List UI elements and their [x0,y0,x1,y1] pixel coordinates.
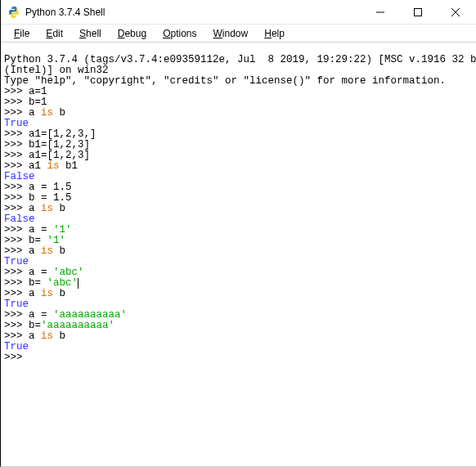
code: b=1 [29,97,47,108]
menu-debug[interactable]: Debug [110,26,155,41]
prompt: >>> [4,128,29,140]
code: a = [29,224,53,236]
code: b [53,203,65,214]
string: 'abc' [47,277,79,289]
code: b [53,245,65,257]
code: a1 [29,160,47,172]
code: b = 1.5 [29,192,72,204]
menu-edit[interactable]: Edit [38,26,71,41]
string: 'aaaaaaaaaa' [41,320,115,331]
output: False [4,171,35,182]
menu-file[interactable]: File [6,26,38,41]
code: a1=[1,2,3] [29,150,90,161]
banner-line: Python 3.7.4 (tags/v3.7.4:e09359112e, Ju… [4,54,476,65]
string: 'aaaaaaaaaa' [53,309,127,321]
prompt: >>> [4,139,29,150]
shell-text-area[interactable]: Python 3.7.4 (tags/v3.7.4:e09359112e, Ju… [1,43,476,365]
code: a = [29,309,53,321]
keyword-is: is [41,107,53,119]
code: a [29,288,41,299]
prompt: >>> [4,86,29,97]
prompt: >>> [4,150,29,161]
prompt: >>> [4,203,29,214]
output: True [4,341,29,352]
prompt: >>> [4,160,29,172]
menu-help[interactable]: Help [256,26,293,41]
code: b [53,330,65,342]
window-controls [361,0,474,25]
code: b= [29,277,47,289]
prompt: >>> [4,309,29,321]
code: a [29,245,41,257]
code: a [29,330,41,342]
output: True [4,256,29,267]
prompt: >>> [4,277,29,289]
prompt: >>> [4,288,29,299]
code: a1=[1,2,3,] [29,128,97,140]
prompt: >>> [4,352,29,363]
titlebar: Python 3.7.4 Shell [1,0,476,25]
output: False [4,213,35,225]
prompt: >>> [4,224,29,236]
keyword-is: is [41,288,53,299]
prompt: >>> [4,245,29,257]
prompt: >>> [4,330,29,342]
code: a [29,107,41,119]
string: 'abc' [53,267,84,278]
prompt: >>> [4,107,29,119]
code: b1 [60,160,79,172]
close-button[interactable] [437,0,474,25]
output: True [4,299,29,310]
banner-line: Type "help", "copyright", "credits" or "… [4,75,446,87]
menu-options[interactable]: Options [155,26,204,41]
svg-rect-3 [415,8,422,16]
banner-line: (Intel)] on win32 [4,65,109,76]
code: b1=[1,2,3] [29,139,90,150]
prompt: >>> [4,97,29,108]
output: True [4,118,29,129]
svg-point-0 [11,7,12,7]
svg-point-1 [15,16,16,16]
code: b [53,288,65,299]
keyword-is: is [41,245,53,257]
menubar: File Edit Shell Debug Options Window Hel… [1,25,476,43]
window-title: Python 3.7.4 Shell [25,7,361,18]
string: '1' [47,235,66,246]
keyword-is: is [41,330,53,342]
minimize-button[interactable] [361,0,399,25]
code: b= [29,235,47,246]
prompt: >>> [4,192,29,204]
prompt: >>> [4,320,29,331]
code: a=1 [29,86,47,97]
code: b= [29,320,41,331]
string: '1' [53,224,72,236]
prompt: >>> [4,182,29,193]
python-icon [7,6,20,19]
keyword-is: is [47,160,60,172]
code: b [53,107,65,119]
maximize-button[interactable] [399,0,437,25]
code: a = [29,267,53,278]
prompt: >>> [4,267,29,278]
prompt: >>> [4,235,29,246]
code: a = 1.5 [29,182,72,193]
keyword-is: is [41,203,53,214]
code: a [29,203,41,214]
menu-window[interactable]: Window [205,26,257,41]
menu-shell[interactable]: Shell [71,26,110,41]
